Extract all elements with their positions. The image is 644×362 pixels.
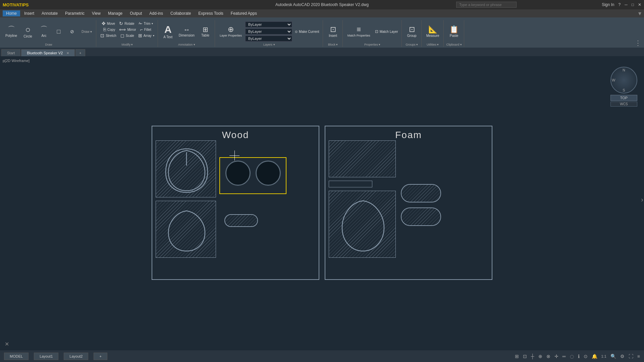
drawing-canvas[interactable]: Wood bbox=[0, 57, 644, 342]
nav-widget: N S W TOP WCS bbox=[610, 67, 637, 94]
layer-dropdown-3[interactable]: ByLayer bbox=[245, 36, 292, 42]
ribbon-collapse-icon[interactable]: ▾ bbox=[638, 10, 641, 17]
table-button[interactable]: ⊞ Table bbox=[198, 21, 213, 42]
layers-group-label: Layers ▾ bbox=[263, 43, 275, 47]
dimension-button[interactable]: ↔ Dimension bbox=[177, 21, 197, 42]
lineweight-icon[interactable]: ═ bbox=[562, 354, 566, 359]
measure-button[interactable]: 📐 Measure bbox=[424, 21, 441, 42]
match-properties-button[interactable]: ≡ Match Properties bbox=[345, 21, 372, 42]
menu-parametric[interactable]: Parametric bbox=[62, 10, 88, 16]
make-current-button[interactable]: ⊙ Make Current bbox=[293, 29, 321, 34]
customize-icon[interactable]: ≡ bbox=[637, 354, 640, 359]
quick-props-icon[interactable]: ℹ bbox=[578, 354, 580, 359]
help-icon[interactable]: ? bbox=[619, 2, 621, 7]
anno-monitor-icon[interactable]: 🔔 bbox=[592, 354, 597, 359]
text-icon: A bbox=[164, 24, 172, 35]
modify-top-row: ✥ Move ↻ Rotate ✁ Trim ▾ bbox=[100, 21, 155, 26]
fullscreen-icon[interactable]: ⛶ bbox=[629, 354, 633, 359]
title-right-controls: Sign In ? ─ □ ✕ bbox=[602, 2, 641, 7]
close-panel-button[interactable]: ✕ bbox=[5, 341, 9, 347]
arc-button[interactable]: ⌒ Arc bbox=[37, 21, 51, 42]
text-button[interactable]: A A Text bbox=[161, 21, 175, 42]
match-layer-button[interactable]: ⊡ Match Layer bbox=[374, 29, 399, 34]
add-layout-tab[interactable]: + bbox=[94, 353, 107, 360]
paste-button[interactable]: 📋 Paste bbox=[447, 21, 462, 42]
rotate-button[interactable]: ↻ Rotate bbox=[118, 21, 136, 26]
minimize-icon[interactable]: ─ bbox=[625, 2, 628, 7]
ribbon-group-layers: ⊕ Layer Properties ByLayer ByLayer ByLay… bbox=[216, 20, 323, 47]
snap-tracking-icon[interactable]: ⊗ bbox=[546, 354, 550, 359]
wcs-badge[interactable]: WCS bbox=[610, 102, 637, 107]
menu-express[interactable]: Express Tools bbox=[195, 10, 226, 16]
menu-annotate[interactable]: Annotate bbox=[38, 10, 61, 16]
menu-featured[interactable]: Featured Apps bbox=[227, 10, 260, 16]
trim-dropdown[interactable]: ▾ bbox=[152, 22, 153, 25]
menu-view[interactable]: View bbox=[89, 10, 104, 16]
menu-bar: Home Insert Annotate Parametric View Man… bbox=[0, 9, 644, 17]
polar-icon[interactable]: ⊕ bbox=[538, 354, 542, 359]
menu-insert[interactable]: Insert bbox=[21, 10, 38, 16]
tab-file[interactable]: Bluetooth Speaker V2 ✕ bbox=[21, 49, 75, 56]
insert-button[interactable]: ⊡ Insert bbox=[326, 21, 340, 42]
hatch-button[interactable]: ⊘ bbox=[66, 28, 78, 35]
ribbon-right-controls: ⋮ bbox=[635, 39, 643, 47]
circle-label: Circle bbox=[23, 35, 32, 38]
tab-close-icon[interactable]: ✕ bbox=[66, 51, 69, 55]
stretch-button[interactable]: ⊡ Stretch bbox=[99, 33, 118, 38]
snap-icon[interactable]: ⊡ bbox=[523, 354, 527, 359]
tab-add[interactable]: + bbox=[75, 49, 85, 56]
menu-output[interactable]: Output bbox=[126, 10, 145, 16]
draw-dropdown[interactable]: Draw ▾ bbox=[79, 29, 94, 34]
grid-icon[interactable]: ⊞ bbox=[515, 354, 519, 359]
layout2-tab[interactable]: Layout2 bbox=[64, 353, 88, 360]
layer-dropdown-1[interactable]: ByLayer bbox=[245, 21, 292, 27]
close-title-icon[interactable]: ✕ bbox=[638, 2, 641, 7]
menu-manage[interactable]: Manage bbox=[105, 10, 126, 16]
utilities-top-row: 📐 Measure bbox=[424, 21, 441, 42]
foam-speaker-box: Foam bbox=[325, 126, 492, 280]
dynamic-input-icon[interactable]: ✛ bbox=[554, 354, 558, 359]
transparency-icon[interactable]: ◌ bbox=[570, 354, 574, 359]
trim-icon: ✁ bbox=[139, 21, 143, 26]
ribbon-group-utilities: 📐 Measure Utilities ▾ bbox=[422, 20, 444, 47]
clipboard-group-label: Clipboard ▾ bbox=[446, 43, 462, 47]
rectangle-button[interactable]: □ bbox=[53, 27, 65, 36]
group-button[interactable]: ⊡ Group bbox=[405, 21, 419, 42]
menu-addins[interactable]: Add-ins bbox=[146, 10, 166, 16]
ortho-icon[interactable]: ┼ bbox=[531, 354, 534, 359]
menu-collaborate[interactable]: Collaborate bbox=[167, 10, 194, 16]
circle-button[interactable]: ○ Circle bbox=[20, 21, 35, 42]
wood-speaker-box: Wood bbox=[152, 126, 319, 280]
tab-start[interactable]: Start bbox=[1, 49, 20, 56]
view-icon[interactable]: ⋮ bbox=[635, 39, 641, 47]
array-button[interactable]: ⊞ Array ▾ bbox=[137, 33, 156, 38]
zoom-icon[interactable]: 🔍 bbox=[610, 354, 616, 359]
layer-properties-button[interactable]: ⊕ Layer Properties bbox=[218, 21, 244, 42]
canvas-area: p[2D Wireframe] Wood bbox=[0, 57, 644, 342]
side-collapse-button[interactable]: › bbox=[641, 196, 643, 203]
workspace-icon[interactable]: ⚙ bbox=[620, 354, 625, 359]
move-button[interactable]: ✥ Move bbox=[100, 21, 116, 26]
maximize-icon[interactable]: □ bbox=[632, 2, 634, 7]
model-tab[interactable]: MODEL bbox=[4, 353, 29, 360]
mirror-icon: ⟺ bbox=[119, 27, 126, 32]
ribbon-group-clipboard: 📋 Paste Clipboard ▾ bbox=[444, 20, 464, 47]
match-properties-icon: ≡ bbox=[357, 26, 361, 33]
top-badge[interactable]: TOP bbox=[610, 95, 637, 101]
fillet-button[interactable]: ⌐ Fillet bbox=[139, 27, 153, 32]
polyline-label: Polyline bbox=[5, 34, 17, 38]
trim-button[interactable]: ✁ Trim ▾ bbox=[137, 21, 155, 26]
signin-button[interactable]: Sign In bbox=[602, 2, 614, 7]
mirror-button[interactable]: ⟺ Mirror bbox=[118, 27, 137, 32]
scale-button[interactable]: ◻ Scale bbox=[119, 33, 136, 38]
menu-home[interactable]: Home bbox=[3, 10, 20, 16]
polyline-button[interactable]: ⌒ Polyline bbox=[3, 21, 19, 42]
layout1-tab[interactable]: Layout1 bbox=[34, 353, 58, 360]
wood-port-oval bbox=[224, 214, 258, 227]
layer-dropdown-2[interactable]: ByLayer bbox=[245, 28, 292, 35]
array-dropdown[interactable]: ▾ bbox=[153, 34, 154, 37]
scale-display: 1:1 bbox=[601, 354, 606, 358]
search-input[interactable] bbox=[456, 2, 517, 8]
selection-cycling-icon[interactable]: ⊙ bbox=[584, 354, 588, 359]
copy-button[interactable]: ⎘ Copy bbox=[102, 27, 116, 32]
